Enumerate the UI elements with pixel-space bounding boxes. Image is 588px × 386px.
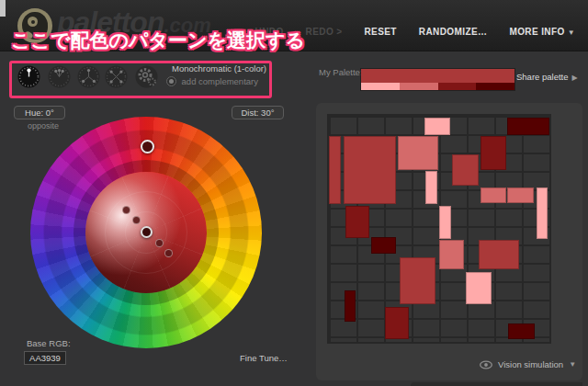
- example-grid[interactable]: [329, 116, 549, 342]
- add-complementary-toggle[interactable]: add complementary: [138, 76, 258, 86]
- palette-main-swatch: [361, 69, 514, 83]
- example-tile: [508, 324, 535, 339]
- example-tile: [424, 118, 450, 135]
- radio-icon[interactable]: [166, 76, 176, 86]
- example-tile: [344, 136, 396, 204]
- example-tile: [481, 187, 506, 203]
- footer-panel-edge: [411, 382, 582, 386]
- palette-swatch-darkest: [476, 83, 514, 90]
- example-tile: [345, 290, 356, 322]
- base-rgb-label: Base RGB:: [27, 338, 71, 348]
- example-tile: [385, 307, 409, 339]
- logo-dot-center: [31, 20, 35, 24]
- adjacent-dial-icon: [48, 65, 71, 88]
- example-tile: [345, 206, 369, 238]
- example-tile: [398, 136, 438, 170]
- example-tile: [371, 237, 396, 254]
- scheme-picker: Monochromatic (1-color) add complementar…: [0, 51, 294, 96]
- fine-tune-link[interactable]: Fine Tune…: [240, 353, 288, 363]
- more-info-label: MORE INFO: [509, 27, 564, 37]
- arrow-right-icon: ▶: [572, 74, 578, 82]
- chevron-down-icon: ▼: [569, 360, 576, 369]
- example-tile: [537, 187, 548, 239]
- example-tile: [400, 257, 435, 304]
- palette-swatch-dark: [438, 83, 477, 90]
- palette-swatch-mid: [400, 83, 438, 90]
- tetrad-dial-icon: [105, 65, 128, 88]
- my-palette-label: My Palette:: [319, 67, 363, 77]
- example-tile: [439, 206, 451, 239]
- scheme-tetrad-button[interactable]: [105, 65, 128, 88]
- palette-dot[interactable]: [164, 249, 173, 257]
- example-tile: [452, 154, 479, 186]
- eye-icon: [480, 360, 492, 369]
- randomize-button[interactable]: RANDOMIZE…: [419, 27, 488, 37]
- vision-simulation-label: Vision simulation: [498, 359, 563, 369]
- add-complementary-label: add complementary: [182, 76, 258, 86]
- hue-wheel[interactable]: [30, 117, 262, 348]
- paletton-app: paletton.com < UNDO REDO > RESET RANDOMI…: [0, 0, 588, 386]
- share-palette-label: Share palette: [516, 72, 569, 82]
- example-tile: [329, 136, 341, 204]
- palette-sub-swatches: [361, 83, 514, 90]
- palette-dot[interactable]: [132, 216, 141, 224]
- scheme-monochromatic-button[interactable]: [17, 65, 40, 88]
- more-info-menu[interactable]: MORE INFO▼: [509, 27, 575, 37]
- example-panel: Vision simulation ▼: [316, 103, 582, 380]
- scheme-adjacent-button[interactable]: [48, 65, 71, 88]
- scheme-triad-button[interactable]: [77, 65, 100, 88]
- saturation-brightness-disc[interactable]: [85, 172, 207, 293]
- example-tile: [479, 240, 519, 269]
- redo-button[interactable]: REDO >: [306, 27, 343, 37]
- example-tile: [439, 240, 464, 269]
- dist-value-box[interactable]: Dist: 30°: [232, 106, 284, 119]
- vision-simulation-menu[interactable]: Vision simulation ▼: [480, 359, 576, 369]
- base-color-marker[interactable]: [141, 226, 153, 238]
- scheme-selected-label: Monochromatic (1-color): [138, 63, 266, 74]
- hue-value-box[interactable]: Hue: 0°: [14, 106, 65, 119]
- opposite-label: opposite: [28, 121, 59, 131]
- triad-dial-icon: [77, 65, 100, 88]
- palette-swatch-light: [361, 83, 400, 90]
- base-rgb-input[interactable]: [24, 351, 66, 365]
- example-tile: [507, 118, 549, 135]
- window-edge-artifact: [0, 0, 6, 17]
- example-tile: [425, 171, 437, 204]
- example-tile: [466, 272, 492, 304]
- hue-marker[interactable]: [141, 140, 154, 153]
- example-tile: [481, 136, 506, 170]
- palette-strip[interactable]: [361, 69, 514, 90]
- annotation-text: ここで配色のパターンを選択する: [11, 28, 305, 53]
- example-tile: [507, 187, 534, 203]
- share-palette-link[interactable]: Share palette▶: [516, 72, 578, 82]
- palette-dot[interactable]: [122, 206, 130, 214]
- monochromatic-dial-icon: [17, 65, 40, 88]
- palette-dot[interactable]: [155, 239, 164, 247]
- reset-button[interactable]: RESET: [365, 27, 397, 37]
- chevron-down-icon: ▼: [568, 28, 575, 37]
